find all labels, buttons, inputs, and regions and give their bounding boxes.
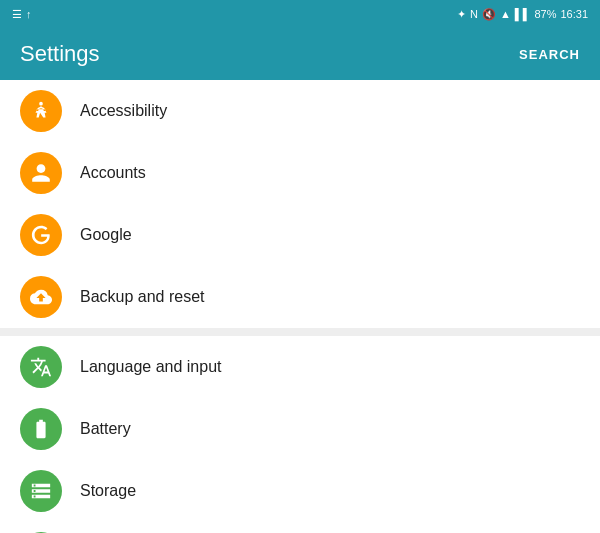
accounts-icon-circle bbox=[20, 152, 62, 194]
page-title: Settings bbox=[20, 41, 100, 67]
settings-item-battery[interactable]: Battery bbox=[0, 398, 600, 460]
settings-item-google[interactable]: Google bbox=[0, 204, 600, 266]
language-icon bbox=[30, 356, 52, 378]
battery-icon bbox=[30, 418, 52, 440]
settings-item-backup-reset[interactable]: Backup and reset bbox=[0, 266, 600, 328]
settings-list: Accessibility Accounts Google Backup and… bbox=[0, 80, 600, 533]
battery-label: Battery bbox=[80, 420, 580, 438]
backup-icon-circle bbox=[20, 276, 62, 318]
accessibility-label: Accessibility bbox=[80, 102, 580, 120]
search-button[interactable]: SEARCH bbox=[519, 47, 580, 62]
google-label: Google bbox=[80, 226, 580, 244]
nfc-icon: N bbox=[470, 8, 478, 20]
battery-text: 87% bbox=[534, 8, 556, 20]
language-icon-circle bbox=[20, 346, 62, 388]
accounts-label: Accounts bbox=[80, 164, 580, 182]
backup-icon bbox=[30, 286, 52, 308]
sync-icon: ↑ bbox=[26, 8, 32, 20]
storage-icon bbox=[30, 480, 52, 502]
status-bar-right: ✦ N 🔇 ▲ ▌▌ 87% 16:31 bbox=[457, 8, 588, 21]
settings-item-language-input[interactable]: Language and input bbox=[0, 336, 600, 398]
backup-reset-label: Backup and reset bbox=[80, 288, 580, 306]
time: 16:31 bbox=[560, 8, 588, 20]
wifi-icon: ▲ bbox=[500, 8, 511, 20]
settings-item-date-time[interactable]: Date and time bbox=[0, 522, 600, 533]
status-bar-left: ☰ ↑ bbox=[12, 8, 32, 21]
sound-icon: 🔇 bbox=[482, 8, 496, 21]
status-bar: ☰ ↑ ✦ N 🔇 ▲ ▌▌ 87% 16:31 bbox=[0, 0, 600, 28]
accounts-icon bbox=[30, 162, 52, 184]
accessibility-icon bbox=[30, 100, 52, 122]
google-icon-circle bbox=[20, 214, 62, 256]
language-input-label: Language and input bbox=[80, 358, 580, 376]
bluetooth-icon: ✦ bbox=[457, 8, 466, 21]
top-bar: Settings SEARCH bbox=[0, 28, 600, 80]
storage-label: Storage bbox=[80, 482, 580, 500]
settings-item-storage[interactable]: Storage bbox=[0, 460, 600, 522]
battery-icon-circle bbox=[20, 408, 62, 450]
google-icon bbox=[30, 224, 52, 246]
accessibility-icon-circle bbox=[20, 90, 62, 132]
storage-icon-circle bbox=[20, 470, 62, 512]
settings-item-accounts[interactable]: Accounts bbox=[0, 142, 600, 204]
message-icon: ☰ bbox=[12, 8, 22, 21]
settings-item-accessibility[interactable]: Accessibility bbox=[0, 80, 600, 142]
signal-icon: ▌▌ bbox=[515, 8, 531, 20]
section-divider bbox=[0, 328, 600, 336]
